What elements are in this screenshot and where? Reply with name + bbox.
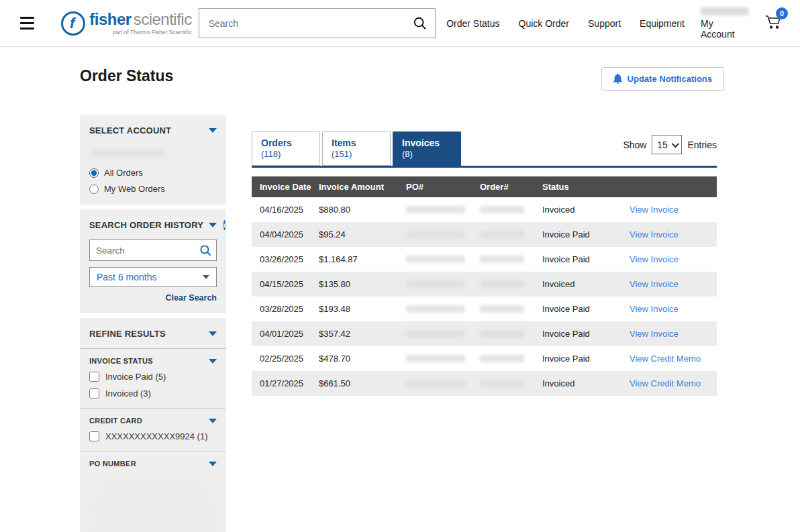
view-document-link[interactable]: View Invoice xyxy=(630,254,679,264)
view-document-link[interactable]: View Credit Memo xyxy=(630,354,701,364)
order-cell-redacted xyxy=(480,380,542,387)
invoice-amount-cell: $193.48 xyxy=(319,304,406,314)
all-orders-radio[interactable] xyxy=(89,168,99,178)
invoiced-label: Invoiced (3) xyxy=(105,388,151,398)
tab-orders[interactable]: Orders (118) xyxy=(252,131,320,166)
account-name-redacted xyxy=(701,7,749,15)
view-document-link[interactable]: View Credit Memo xyxy=(630,378,701,388)
invoice-amount-cell: $357.42 xyxy=(319,329,406,339)
chevron-down-icon xyxy=(671,140,679,147)
invoice-date-cell: 04/04/2025 xyxy=(252,229,319,240)
my-account-menu[interactable]: My Account xyxy=(701,7,749,40)
entries-label: Entries xyxy=(687,140,717,150)
view-document-link[interactable]: View Invoice xyxy=(630,329,679,339)
table-header-row: Invoice Date Invoice Amount PO# Order# S… xyxy=(252,176,717,197)
tab-invoices[interactable]: Invoices (8) xyxy=(393,131,461,166)
chevron-down-icon[interactable] xyxy=(209,223,217,227)
status-cell: Invoiced xyxy=(542,378,630,388)
tab-items-count: (151) xyxy=(332,149,390,160)
date-range-select[interactable]: Past 6 months xyxy=(89,267,217,287)
credit-card-header[interactable]: CREDIT CARD xyxy=(89,417,217,425)
status-cell: Invoice Paid xyxy=(542,329,630,339)
update-notifications-label: Update Notifications xyxy=(628,74,712,84)
cart-button[interactable]: 0 xyxy=(764,13,783,34)
invoice-date-cell: 02/25/2025 xyxy=(252,354,319,364)
invoice-paid-label: Invoice Paid (5) xyxy=(105,372,166,382)
search-order-history-title: SEARCH ORDER HISTORY xyxy=(89,220,203,230)
order-history-search-button[interactable] xyxy=(195,244,216,257)
po-cell-redacted xyxy=(406,330,480,337)
global-search-input[interactable] xyxy=(199,18,406,29)
active-tab-underline xyxy=(252,166,717,168)
top-header: f fisherscientific part of Thermo Fisher… xyxy=(0,0,800,47)
my-web-orders-radio[interactable] xyxy=(89,184,99,194)
radio-my-web-orders[interactable]: My Web Orders xyxy=(89,184,217,194)
view-document-link[interactable]: View Invoice xyxy=(630,205,679,215)
entries-value: 15 xyxy=(657,140,668,150)
invoice-amount-cell: $95.24 xyxy=(319,229,406,240)
invoice-date-cell: 04/15/2025 xyxy=(252,279,319,289)
credit-card-checkbox[interactable] xyxy=(89,431,99,441)
account-value-redacted xyxy=(91,149,166,158)
col-po: PO# xyxy=(406,182,480,192)
credit-card-title: CREDIT CARD xyxy=(89,417,142,425)
tab-items[interactable]: Items (151) xyxy=(322,131,391,166)
col-order: Order# xyxy=(480,182,542,192)
tab-orders-label: Orders xyxy=(261,137,319,149)
table-row: 04/04/2025 $95.24 Invoice Paid View Invo… xyxy=(252,222,717,247)
invoice-amount-cell: $880.80 xyxy=(319,205,406,215)
col-status: Status xyxy=(542,182,630,192)
fisher-scientific-logo[interactable]: f fisherscientific part of Thermo Fisher… xyxy=(61,11,191,36)
invoice-amount-cell: $661.50 xyxy=(319,378,406,388)
table-row: 01/27/2025 $661.50 Invoiced View Credit … xyxy=(252,371,717,396)
select-account-section: SELECT ACCOUNT All Orders My Web Orders xyxy=(80,115,226,205)
nav-order-status[interactable]: Order Status xyxy=(446,18,499,29)
order-status-main: Orders (118) Items (151) Invoices (8) Sh… xyxy=(252,115,717,396)
table-row: 03/26/2025 $1,164.87 Invoice Paid View I… xyxy=(252,247,717,272)
chevron-down-icon xyxy=(209,359,217,364)
refine-results-header[interactable]: REFINE RESULTS xyxy=(89,329,217,339)
invoice-status-title: INVOICE STATUS xyxy=(89,357,153,365)
select-account-header[interactable]: SELECT ACCOUNT xyxy=(89,125,217,136)
view-document-link[interactable]: View Invoice xyxy=(630,304,679,314)
invoice-status-header[interactable]: INVOICE STATUS xyxy=(89,357,217,365)
search-button[interactable] xyxy=(405,9,435,38)
clear-search-link[interactable]: Clear Search xyxy=(89,293,217,303)
nav-equipment[interactable]: Equipment xyxy=(640,18,685,29)
po-cell-redacted xyxy=(406,380,480,387)
order-cell-redacted xyxy=(480,330,542,337)
invoiced-checkbox[interactable] xyxy=(89,388,99,398)
entries-per-page-select[interactable]: 15 xyxy=(652,135,682,154)
refine-results-section: REFINE RESULTS INVOICE STATUS Invoice Pa… xyxy=(80,318,226,532)
filter-invoice-paid[interactable]: Invoice Paid (5) xyxy=(89,372,217,382)
table-row: 03/28/2025 $193.48 Invoice Paid View Inv… xyxy=(252,297,717,321)
hamburger-menu-icon[interactable] xyxy=(20,17,34,30)
view-document-link[interactable]: View Invoice xyxy=(630,279,679,289)
view-document-link[interactable]: View Invoice xyxy=(630,229,679,240)
filter-invoiced[interactable]: Invoiced (3) xyxy=(89,388,217,398)
update-notifications-button[interactable]: Update Notifications xyxy=(601,67,724,91)
nav-quick-order[interactable]: Quick Order xyxy=(519,18,569,29)
table-row: 04/15/2025 $135.80 Invoiced View Invoice xyxy=(252,272,717,297)
info-icon[interactable]: i xyxy=(223,220,226,230)
my-account-label: My Account xyxy=(701,18,749,40)
order-cell-redacted xyxy=(480,256,542,263)
invoice-paid-checkbox[interactable] xyxy=(89,372,99,382)
radio-all-orders[interactable]: All Orders xyxy=(89,168,217,178)
chevron-down-icon xyxy=(203,275,209,279)
logo-tagline: part of Thermo Fisher Scientific xyxy=(89,30,191,36)
invoice-date-cell: 03/28/2025 xyxy=(252,304,319,314)
chevron-down-icon xyxy=(209,419,217,423)
order-history-search-input[interactable] xyxy=(90,246,195,256)
po-cell-redacted xyxy=(406,256,480,263)
logo-brand-light: scientific xyxy=(134,10,192,28)
table-row: 04/01/2025 $357.42 Invoice Paid View Inv… xyxy=(252,321,717,346)
invoice-amount-cell: $135.80 xyxy=(319,279,406,289)
status-cell: Invoice Paid xyxy=(542,254,630,264)
filter-credit-card[interactable]: XXXXXXXXXXXX9924 (1) xyxy=(89,431,217,441)
po-cell-redacted xyxy=(406,206,480,213)
po-number-header[interactable]: PO NUMBER xyxy=(89,460,217,468)
nav-support[interactable]: Support xyxy=(588,18,621,29)
chevron-down-icon xyxy=(209,462,217,466)
table-row: 04/16/2025 $880.80 Invoiced View Invoice xyxy=(252,197,717,222)
